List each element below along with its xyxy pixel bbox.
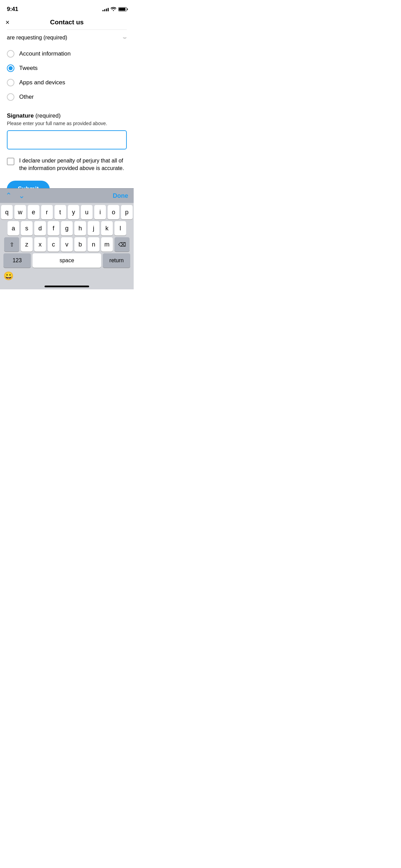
chevron-down-icon[interactable]: ⌣ bbox=[123, 34, 127, 41]
key-h[interactable]: h bbox=[74, 221, 86, 236]
key-q[interactable]: q bbox=[1, 205, 13, 219]
key-w[interactable]: w bbox=[14, 205, 26, 219]
declaration-checkbox[interactable] bbox=[7, 158, 14, 165]
space-key[interactable]: space bbox=[33, 253, 101, 268]
radio-apps-and-devices[interactable]: Apps and devices bbox=[7, 75, 127, 90]
keyboard-rows: q w e r t y u i o p a s d f g h j k l ⇧ … bbox=[0, 203, 134, 269]
emoji-button[interactable]: 😀 bbox=[3, 271, 14, 281]
status-time: 9:41 bbox=[7, 6, 18, 13]
key-o[interactable]: o bbox=[108, 205, 119, 219]
key-c[interactable]: c bbox=[48, 237, 59, 252]
key-x[interactable]: x bbox=[34, 237, 46, 252]
keyboard-row-3: ⇧ z x c v b n m ⌫ bbox=[1, 237, 133, 252]
radio-tweets[interactable]: Tweets bbox=[7, 61, 127, 75]
home-indicator bbox=[0, 284, 134, 289]
signature-title: Signature (required) bbox=[7, 112, 127, 119]
shift-key[interactable]: ⇧ bbox=[4, 237, 19, 252]
close-button[interactable]: × bbox=[5, 19, 10, 26]
backspace-key[interactable]: ⌫ bbox=[114, 237, 130, 252]
key-u[interactable]: u bbox=[81, 205, 93, 219]
wifi-icon bbox=[111, 7, 116, 12]
key-v[interactable]: v bbox=[61, 237, 73, 252]
battery-icon bbox=[118, 7, 127, 11]
return-key[interactable]: return bbox=[103, 253, 130, 268]
signature-input[interactable] bbox=[7, 130, 127, 149]
signature-section: Signature (required) Please enter your f… bbox=[7, 112, 127, 149]
radio-label-other: Other bbox=[19, 94, 34, 100]
key-z[interactable]: z bbox=[21, 237, 33, 252]
keyboard-up-button[interactable]: ⌃ bbox=[5, 191, 12, 200]
key-r[interactable]: r bbox=[41, 205, 53, 219]
key-n[interactable]: n bbox=[88, 237, 99, 252]
key-l[interactable]: l bbox=[114, 221, 126, 236]
key-f[interactable]: f bbox=[48, 221, 59, 236]
radio-circle-other[interactable] bbox=[7, 93, 14, 101]
declaration-checkbox-section: I declare under penalty of perjury that … bbox=[7, 157, 127, 172]
section-header: are requesting (required) ⌣ bbox=[7, 29, 127, 45]
signature-required-label: (required) bbox=[34, 112, 60, 119]
radio-label-apps-and-devices: Apps and devices bbox=[19, 79, 65, 86]
declaration-label: I declare under penalty of perjury that … bbox=[19, 157, 127, 172]
signal-icon bbox=[102, 7, 109, 11]
radio-account-information[interactable]: Account information bbox=[7, 47, 127, 61]
radio-other[interactable]: Other bbox=[7, 90, 127, 104]
section-label: are requesting (required) bbox=[7, 35, 67, 41]
radio-group: Account information Tweets Apps and devi… bbox=[7, 45, 127, 106]
key-k[interactable]: k bbox=[101, 221, 113, 236]
key-d[interactable]: d bbox=[34, 221, 46, 236]
keyboard-toolbar: ⌃ ⌄ Done bbox=[0, 188, 134, 203]
keyboard: ⌃ ⌄ Done q w e r t y u i o p a s d f g h… bbox=[0, 188, 134, 289]
status-bar: 9:41 bbox=[0, 0, 134, 15]
home-bar bbox=[45, 286, 89, 287]
keyboard-nav-buttons: ⌃ ⌄ bbox=[5, 191, 25, 200]
signature-subtitle: Please enter your full name as provided … bbox=[7, 121, 127, 126]
radio-circle-account-information[interactable] bbox=[7, 50, 14, 58]
key-s[interactable]: s bbox=[21, 221, 33, 236]
key-t[interactable]: t bbox=[54, 205, 66, 219]
keyboard-down-button[interactable]: ⌄ bbox=[19, 191, 25, 200]
emoji-row: 😀 bbox=[0, 269, 134, 284]
keyboard-done-button[interactable]: Done bbox=[113, 192, 128, 200]
radio-label-account-information: Account information bbox=[19, 50, 71, 57]
signature-bold-label: Signature bbox=[7, 112, 34, 119]
keyboard-row-2: a s d f g h j k l bbox=[1, 221, 133, 236]
key-e[interactable]: e bbox=[28, 205, 39, 219]
key-g[interactable]: g bbox=[61, 221, 73, 236]
key-b[interactable]: b bbox=[74, 237, 86, 252]
status-icons bbox=[102, 7, 127, 12]
radio-label-tweets: Tweets bbox=[19, 65, 38, 72]
key-y[interactable]: y bbox=[68, 205, 80, 219]
key-i[interactable]: i bbox=[94, 205, 106, 219]
page-title: Contact us bbox=[50, 19, 84, 26]
key-a[interactable]: a bbox=[8, 221, 19, 236]
keyboard-row-1: q w e r t y u i o p bbox=[1, 205, 133, 219]
radio-circle-apps-and-devices[interactable] bbox=[7, 79, 14, 86]
keyboard-row-4: 123 space return bbox=[1, 253, 133, 268]
key-j[interactable]: j bbox=[88, 221, 99, 236]
key-p[interactable]: p bbox=[121, 205, 133, 219]
nav-bar: × Contact us bbox=[0, 15, 134, 29]
key-m[interactable]: m bbox=[101, 237, 113, 252]
radio-circle-tweets[interactable] bbox=[7, 64, 14, 72]
numbers-key[interactable]: 123 bbox=[3, 253, 31, 268]
